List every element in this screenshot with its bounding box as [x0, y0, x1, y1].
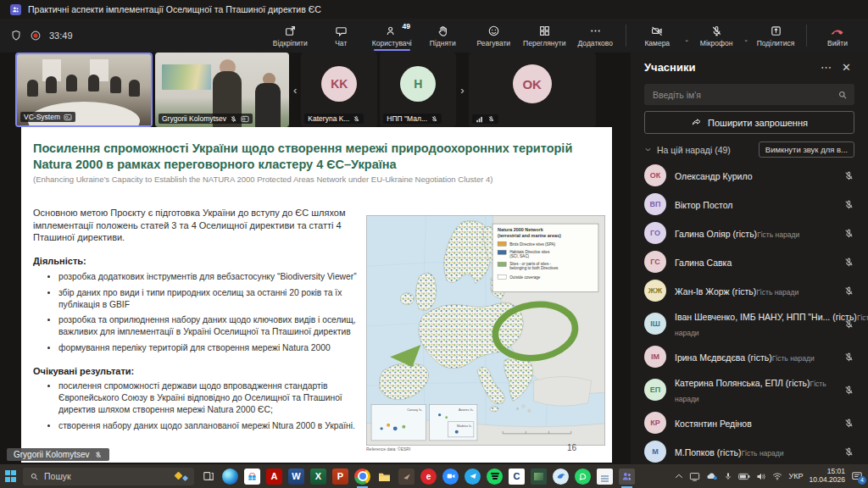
video-tile-grygorii[interactable]: Grygorii Kolomytsev — [155, 53, 289, 127]
mic-off-icon[interactable] — [843, 385, 854, 396]
microsoft-store-icon[interactable] — [244, 469, 260, 485]
raise-hand-button[interactable]: Підняти — [417, 19, 468, 53]
powerpoint-icon[interactable]: P — [332, 469, 348, 485]
avatar: ЖЖ — [644, 280, 666, 302]
participant-row[interactable]: ІШ Іван Шевченко, ІМБ НАНУ, НПП "Ни... (… — [631, 305, 868, 342]
presenter-name-tag: Grygorii Kolomytsev — [7, 448, 109, 461]
participants-list: ОК Олександр Курило ВП Віктор Постол ГО … — [631, 161, 868, 464]
leave-button[interactable]: Вийти — [812, 19, 863, 53]
list-item: посилення спроможності держави щодо впро… — [58, 380, 365, 415]
microphone-button[interactable]: Мікрофон — [691, 19, 742, 53]
section-in-meeting[interactable]: На цій нараді (49) — [644, 145, 759, 155]
video-tile-kateryna[interactable]: KK Kateryna K... — [301, 53, 377, 127]
participant-row[interactable]: ЕП Катерина Полянська, ЕПЛ (гість)Гість … — [631, 371, 868, 408]
mic-off-icon — [431, 115, 438, 123]
taskbar-clock[interactable]: 15:01 10.04.2026 — [809, 468, 845, 485]
word-icon[interactable]: W — [288, 469, 304, 485]
video-tile-vc-system[interactable]: VC-System — [15, 53, 153, 127]
network-icon[interactable] — [772, 472, 782, 480]
svg-text:(SCI, SAC): (SCI, SAC) — [509, 254, 529, 258]
svg-text:Canary Is.: Canary Is. — [407, 408, 422, 412]
filmstrip-scroll-right[interactable]: › — [459, 84, 465, 97]
toolbar-divider — [806, 25, 807, 47]
participant-search-input[interactable] — [651, 89, 837, 101]
list-item: створення набору даних щодо запланованої… — [58, 420, 365, 432]
whatsapp-icon[interactable] — [575, 469, 591, 485]
teams-icon[interactable] — [619, 469, 635, 485]
recording-indicator-icon — [30, 30, 42, 42]
participant-search[interactable] — [644, 84, 854, 105]
speaker-icon[interactable] — [756, 472, 766, 481]
panel-more-icon[interactable]: ⋯ — [815, 61, 837, 74]
panel-close-icon[interactable]: ✕ — [837, 61, 856, 74]
mic-off-icon[interactable] — [843, 228, 854, 239]
participants-panel: Учасники ⋯ ✕ Поширити запрошення На цій … — [631, 51, 868, 464]
mute-all-button[interactable]: Вимкнути звук для в... — [759, 141, 854, 158]
mic-off-icon[interactable] — [843, 352, 854, 363]
mic-off-icon[interactable] — [843, 257, 854, 268]
camera-off-icon — [650, 25, 664, 37]
react-button[interactable]: Реагувати — [468, 19, 519, 53]
taskbar-search[interactable]: Пошук — [23, 468, 194, 485]
more-button[interactable]: Додатково — [570, 19, 620, 53]
mic-off-icon[interactable] — [843, 170, 854, 181]
mic-off-icon[interactable] — [843, 286, 854, 297]
spotify-icon[interactable] — [487, 469, 503, 485]
mic-off-icon[interactable] — [843, 319, 854, 330]
snap-app-icon[interactable] — [531, 469, 547, 485]
telegram-icon[interactable] — [465, 469, 481, 485]
participants-button[interactable]: 49 Користувачі — [366, 19, 417, 53]
c-app-icon[interactable]: C — [509, 469, 525, 485]
notepad-icon[interactable] — [597, 469, 613, 485]
camera-options-chevron[interactable]: ⌄ — [682, 36, 691, 43]
task-view-icon[interactable] — [200, 469, 216, 485]
cast-screen-icon[interactable] — [689, 472, 700, 481]
participant-row[interactable]: ОК Олександр Курило — [631, 161, 868, 190]
participant-row[interactable]: ГО Галина Оліяр (гість)Гість наради — [631, 219, 868, 247]
participant-row[interactable]: ВП Віктор Постол — [631, 190, 868, 219]
activities-list: розробка додаткових інструментів для веб… — [33, 271, 365, 354]
avatar: ЕП — [644, 379, 666, 401]
bird-app-icon[interactable] — [553, 469, 569, 485]
participant-row[interactable]: ГС Галина Савка — [631, 247, 868, 276]
view-button[interactable]: Переглянути — [519, 19, 570, 53]
chat-icon — [335, 25, 348, 37]
svg-text:belonging to both Directives: belonging to both Directives — [509, 266, 559, 270]
meeting-toolbar: 33:49 Відкріпити Чат 49 Користувачі Підн… — [0, 19, 868, 53]
share-invite-button[interactable]: Поширити запрошення — [644, 111, 854, 134]
file-explorer-icon[interactable] — [376, 469, 392, 485]
start-button[interactable] — [5, 470, 17, 482]
onedrive-cloud-icon[interactable] — [706, 472, 718, 480]
participant-row[interactable]: ЖЖ Жан-Ів Жорж (гість)Гість наради — [631, 276, 868, 305]
mic-off-icon[interactable] — [843, 199, 854, 210]
participant-row[interactable]: ІМ Ірина Мєдвєдєва (гість)Гість наради — [631, 342, 868, 371]
language-indicator[interactable]: УКР — [788, 472, 803, 480]
acrobat-icon[interactable]: A — [266, 469, 282, 485]
avatar: КР — [644, 412, 666, 434]
battery-icon[interactable] — [738, 473, 750, 480]
participant-row[interactable]: КР Костянтин Редінов — [631, 408, 868, 437]
tray-expand-chevron[interactable] — [675, 473, 683, 480]
mic-off-icon[interactable] — [843, 418, 854, 429]
avatar: OK — [513, 64, 552, 103]
video-tile-npp[interactable]: H НПП "Мал... — [380, 53, 456, 127]
edge-icon[interactable] — [222, 469, 238, 485]
unpin-button[interactable]: Відкріпити — [264, 19, 315, 53]
tray-mic-icon[interactable] — [724, 471, 732, 481]
graphics-app-icon[interactable] — [398, 469, 415, 485]
filmstrip-scroll-left[interactable]: ‹ — [292, 84, 298, 97]
chrome-icon[interactable] — [354, 469, 370, 485]
camera-button[interactable]: Камера — [632, 19, 682, 53]
share-button[interactable]: Поділитися — [750, 19, 801, 53]
mic-off-icon[interactable] — [843, 446, 854, 458]
participant-row[interactable]: М М.Попков (гість)Гість наради — [631, 437, 868, 464]
search-icon — [837, 90, 848, 100]
notifications-icon[interactable]: 4 — [851, 471, 863, 482]
zoom-icon[interactable] — [442, 469, 459, 485]
microphone-options-chevron[interactable]: ⌄ — [742, 36, 750, 43]
meeting-title: Практичні аспекти імплементації Оселищно… — [28, 4, 321, 14]
video-tile-ok[interactable]: OK — [469, 53, 596, 127]
excel-icon[interactable]: X — [310, 469, 326, 485]
antivirus-icon[interactable]: e — [420, 469, 437, 485]
chat-button[interactable]: Чат — [315, 19, 366, 53]
